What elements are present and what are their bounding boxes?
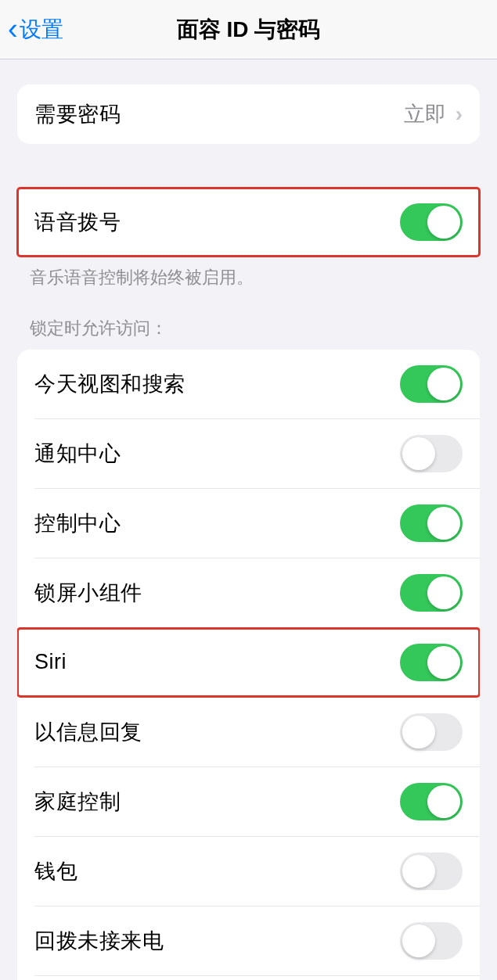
toggle-knob (402, 855, 435, 888)
toggle-knob (402, 924, 435, 957)
navbar: ‹ 设置 面容 ID 与密码 (0, 0, 497, 59)
toggle-knob (427, 785, 460, 818)
today-view-toggle[interactable] (400, 365, 463, 403)
require-passcode-row[interactable]: 需要密码 立即 › (17, 84, 480, 144)
siri-label: Siri (34, 650, 67, 674)
notification-center-toggle[interactable] (400, 435, 463, 472)
wallet-label: 钱包 (34, 857, 77, 885)
notification-center-row: 通知中心 (17, 419, 480, 488)
lockscreen-widgets-label: 锁屏小组件 (34, 579, 142, 607)
passcode-group: 需要密码 立即 › (17, 84, 480, 144)
control-center-label: 控制中心 (34, 509, 121, 537)
toggle-knob (427, 576, 460, 609)
return-missed-calls-row: 回拨未接来电 (17, 906, 480, 975)
back-button[interactable]: ‹ 设置 (8, 13, 63, 46)
reply-message-toggle[interactable] (400, 713, 463, 751)
chevron-left-icon: ‹ (8, 13, 18, 46)
require-passcode-value: 立即 (404, 100, 446, 128)
control-center-toggle[interactable] (400, 504, 463, 542)
voice-dial-label: 语音拨号 (34, 208, 121, 236)
toggle-knob (427, 507, 460, 540)
toggle-knob (427, 206, 460, 239)
passcode-section: 需要密码 立即 › (0, 84, 497, 144)
toggle-knob (402, 716, 435, 748)
home-control-row: 家庭控制 (17, 767, 480, 836)
today-view-row: 今天视图和搜索 (17, 350, 480, 418)
reply-message-label: 以信息回复 (34, 718, 142, 746)
notification-center-label: 通知中心 (34, 440, 121, 468)
page-title: 面容 ID 与密码 (177, 15, 321, 45)
voice-dial-section: 语音拨号 音乐语音控制将始终被启用。 (0, 188, 497, 290)
toggle-knob (427, 368, 460, 400)
back-label: 设置 (20, 15, 63, 45)
return-missed-calls-toggle[interactable] (400, 922, 463, 960)
control-center-row: 控制中心 (17, 489, 480, 558)
reply-message-row: 以信息回复 (17, 698, 480, 766)
voice-dial-toggle[interactable] (400, 203, 463, 241)
today-view-label: 今天视图和搜索 (34, 370, 185, 398)
lockscreen-widgets-toggle[interactable] (400, 574, 463, 612)
lock-access-section: 锁定时允许访问： 今天视图和搜索 通知中心 控制中心 锁屏小组件 (0, 317, 497, 980)
home-control-label: 家庭控制 (34, 788, 121, 816)
voice-dial-group: 语音拨号 (17, 188, 480, 257)
siri-toggle[interactable] (400, 644, 463, 681)
voice-dial-row: 语音拨号 (17, 188, 480, 257)
voice-dial-footer: 音乐语音控制将始终被启用。 (0, 257, 497, 290)
wallet-toggle[interactable] (400, 853, 463, 890)
wallet-row: 钱包 (17, 837, 480, 906)
require-passcode-label: 需要密码 (34, 100, 121, 128)
return-missed-calls-label: 回拨未接来电 (34, 927, 164, 955)
toggle-knob (402, 437, 435, 470)
lock-access-group: 今天视图和搜索 通知中心 控制中心 锁屏小组件 Siri (17, 350, 480, 980)
lock-access-header: 锁定时允许访问： (0, 317, 497, 350)
home-control-toggle[interactable] (400, 783, 463, 820)
usb-accessories-row: USB配件 (17, 976, 480, 980)
siri-row: Siri (17, 628, 480, 697)
content: 需要密码 立即 › 语音拨号 音乐语音控制将始终被启用。 锁定时允许访问： 今天… (0, 84, 497, 980)
chevron-right-icon: › (456, 102, 463, 127)
toggle-knob (427, 646, 460, 679)
lockscreen-widgets-row: 锁屏小组件 (17, 558, 480, 627)
row-right: 立即 › (404, 100, 463, 128)
